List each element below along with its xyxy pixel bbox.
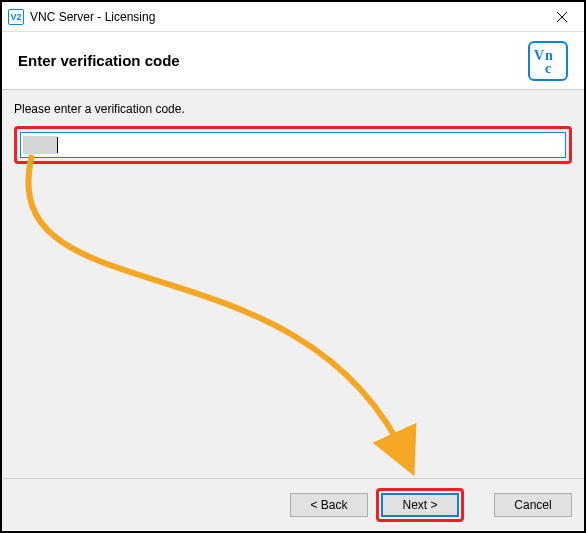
titlebar: V2 VNC Server - Licensing: [2, 2, 584, 32]
verification-code-input[interactable]: [20, 132, 566, 158]
button-bar: < Back Next > Cancel: [2, 478, 584, 530]
svg-text:c: c: [545, 61, 551, 76]
app-icon: V2: [8, 9, 24, 25]
close-icon: [557, 12, 567, 22]
instruction-text: Please enter a verification code.: [14, 102, 572, 116]
next-button[interactable]: Next >: [381, 493, 459, 517]
vnc-logo-icon: V n c: [528, 41, 568, 81]
dialog-header: Enter verification code V n c: [2, 32, 584, 90]
close-button[interactable]: [539, 2, 584, 31]
input-highlight: [14, 126, 572, 164]
svg-text:V: V: [534, 48, 544, 63]
next-highlight: Next >: [376, 488, 464, 522]
input-caret: [57, 137, 58, 153]
page-title: Enter verification code: [18, 52, 528, 69]
input-selection: [23, 136, 57, 154]
cancel-button[interactable]: Cancel: [494, 493, 572, 517]
window-title: VNC Server - Licensing: [30, 10, 539, 24]
back-button[interactable]: < Back: [290, 493, 368, 517]
content-area: Please enter a verification code.: [2, 90, 584, 478]
